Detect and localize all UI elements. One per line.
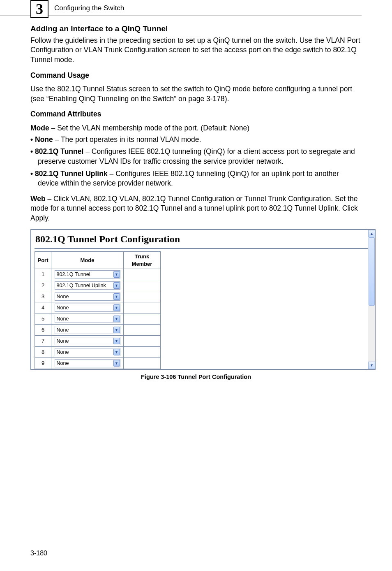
web-paragraph: Web – Click VLAN, 802.1Q VLAN, 802.1Q Tu… xyxy=(30,194,362,223)
port-cell: 9 xyxy=(35,358,51,369)
page-content: Adding an Interface to a QinQ Tunnel Fol… xyxy=(0,23,392,381)
mode-lead: Mode – Set the VLAN membership mode of t… xyxy=(30,123,362,133)
port-cell: 1 xyxy=(35,269,51,280)
chevron-down-icon: ▼ xyxy=(113,338,120,344)
trunk-cell xyxy=(124,313,161,325)
col-trunk: Trunk Member xyxy=(124,252,161,269)
list-item: 802.1Q Tunnel Uplink – Configures IEEE 8… xyxy=(30,169,362,188)
bullet-bold: 802.1Q Tunnel xyxy=(35,147,83,156)
port-cell: 8 xyxy=(35,347,51,358)
table-row: 1 802.1Q Tunnel ▼ xyxy=(35,269,161,280)
port-cell: 4 xyxy=(35,302,51,313)
mode-select-value: 802.1Q Tunnel xyxy=(57,271,90,278)
running-title: Configuring the Switch xyxy=(54,4,124,12)
col-mode: Mode xyxy=(51,252,124,269)
section-intro: Follow the guidelines in the preceding s… xyxy=(30,36,362,65)
mode-select[interactable]: 802.1Q Tunnel Uplink ▼ xyxy=(55,281,120,290)
chevron-down-icon: ▼ xyxy=(370,363,374,368)
mode-select-value: None xyxy=(57,349,69,356)
chevron-down-icon: ▼ xyxy=(113,293,120,300)
port-cell: 2 xyxy=(35,280,51,291)
chevron-down-icon: ▼ xyxy=(113,327,120,333)
mode-cell: None ▼ xyxy=(51,347,124,358)
chevron-down-icon: ▼ xyxy=(113,282,120,289)
chapter-number-box: 3 xyxy=(30,0,48,18)
mode-cell: None ▼ xyxy=(51,358,124,369)
mode-bullets: None – The port operates in its normal V… xyxy=(30,135,362,188)
screenshot-divider xyxy=(35,248,372,249)
mode-select[interactable]: 802.1Q Tunnel ▼ xyxy=(55,270,120,279)
vertical-scrollbar[interactable]: ▲ ▼ xyxy=(368,230,375,369)
mode-lead-bold: Mode xyxy=(30,124,49,132)
bullet-bold: 802.1Q Tunnel Uplink xyxy=(35,169,108,178)
trunk-cell xyxy=(124,358,161,369)
mode-select[interactable]: None ▼ xyxy=(55,304,120,312)
mode-lead-rest: – Set the VLAN membership mode of the po… xyxy=(49,124,249,132)
mode-select-value: None xyxy=(57,304,69,311)
mode-cell: None ▼ xyxy=(51,325,124,336)
mode-select-value: None xyxy=(57,316,69,323)
mode-select-value: None xyxy=(57,327,69,334)
mode-cell: 802.1Q Tunnel Uplink ▼ xyxy=(51,280,124,291)
chevron-down-icon: ▼ xyxy=(113,271,120,278)
trunk-cell xyxy=(124,347,161,358)
table-row: 5 None ▼ xyxy=(35,313,161,325)
mode-select-value: None xyxy=(57,338,69,345)
mode-select-value: None xyxy=(57,360,69,367)
trunk-cell xyxy=(124,269,161,280)
trunk-cell xyxy=(124,280,161,291)
mode-select-value: None xyxy=(57,293,69,300)
table-header-row: Port Mode Trunk Member xyxy=(35,252,161,269)
trunk-cell xyxy=(124,291,161,302)
web-lead-rest: – Click VLAN, 802.1Q VLAN, 802.1Q Tunnel… xyxy=(30,195,358,222)
mode-select[interactable]: None ▼ xyxy=(55,292,120,301)
list-item: None – The port operates in its normal V… xyxy=(30,135,362,145)
mode-select[interactable]: None ▼ xyxy=(55,326,120,334)
trunk-cell xyxy=(124,336,161,347)
chevron-down-icon: ▼ xyxy=(113,316,120,322)
mode-cell: None ▼ xyxy=(51,313,124,325)
page-number: 3-180 xyxy=(30,550,47,557)
table-row: 2 802.1Q Tunnel Uplink ▼ xyxy=(35,280,161,291)
mode-cell: None ▼ xyxy=(51,302,124,313)
table-row: 9 None ▼ xyxy=(35,358,161,369)
screenshot-title: 802.1Q Tunnel Port Configuration xyxy=(31,230,375,248)
port-cell: 6 xyxy=(35,325,51,336)
chapter-number: 3 xyxy=(36,0,43,18)
command-usage-text: Use the 802.1Q Tunnel Status screen to s… xyxy=(30,84,362,104)
mode-select-value: 802.1Q Tunnel Uplink xyxy=(57,282,106,289)
table-row: 7 None ▼ xyxy=(35,336,161,347)
section-title: Adding an Interface to a QinQ Tunnel xyxy=(30,23,362,34)
table-row: 6 None ▼ xyxy=(35,325,161,336)
scroll-track[interactable] xyxy=(368,237,375,362)
mode-select[interactable]: None ▼ xyxy=(55,337,120,345)
table-body: 1 802.1Q Tunnel ▼ 2 802.1Q Tunnel Uplink xyxy=(35,269,161,369)
scroll-up-button[interactable]: ▲ xyxy=(368,230,375,237)
tunnel-config-screenshot: 802.1Q Tunnel Port Configuration Port Mo… xyxy=(30,229,376,370)
table-row: 8 None ▼ xyxy=(35,347,161,358)
chevron-down-icon: ▼ xyxy=(113,304,120,311)
trunk-cell xyxy=(124,325,161,336)
tunnel-port-table: Port Mode Trunk Member 1 802.1Q Tunnel ▼ xyxy=(35,251,161,369)
web-lead-bold: Web xyxy=(30,195,46,203)
bullet-rest: – Configures IEEE 802.1Q tunneling (QinQ… xyxy=(38,147,355,165)
command-usage-heading: Command Usage xyxy=(30,71,362,81)
list-item: 802.1Q Tunnel – Configures IEEE 802.1Q t… xyxy=(30,147,362,166)
bullet-bold: None xyxy=(35,135,53,144)
chevron-down-icon: ▼ xyxy=(113,349,120,355)
figure-caption: Figure 3-106 Tunnel Port Configuration xyxy=(30,373,362,381)
mode-cell: None ▼ xyxy=(51,336,124,347)
mode-select[interactable]: None ▼ xyxy=(55,359,120,367)
chevron-down-icon: ▼ xyxy=(113,360,120,367)
mode-cell: 802.1Q Tunnel ▼ xyxy=(51,269,124,280)
mode-select[interactable]: None ▼ xyxy=(55,315,120,323)
scroll-down-button[interactable]: ▼ xyxy=(368,362,375,369)
mode-select[interactable]: None ▼ xyxy=(55,348,120,356)
command-attributes-heading: Command Attributes xyxy=(30,109,362,119)
page-header: Configuring the Switch xyxy=(0,0,362,16)
table-row: 3 None ▼ xyxy=(35,291,161,302)
bullet-rest: – The port operates in its normal VLAN m… xyxy=(53,135,201,144)
port-cell: 7 xyxy=(35,336,51,347)
trunk-cell xyxy=(124,302,161,313)
scroll-thumb[interactable] xyxy=(369,237,375,306)
